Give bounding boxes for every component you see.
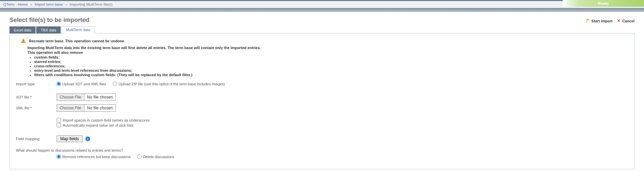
xdt-file-input[interactable]: Choose File No file chosen xyxy=(57,93,116,101)
cancel-label: Cancel xyxy=(622,19,635,23)
checkbox-auto-expand-label: Automatically expand value set of pick l… xyxy=(63,123,133,127)
list-item: cross-references; xyxy=(34,64,628,68)
xdt-choose-file-button[interactable]: Choose File xyxy=(57,94,84,101)
radio-upload-xdt-xml-label: Upload XDT and XML files xyxy=(62,82,106,86)
radio-upload-xdt-xml[interactable]: Upload XDT and XML files xyxy=(57,82,106,86)
info-icon[interactable]: i xyxy=(85,136,90,141)
radio-remove-references-label: Remove references but keep discussions xyxy=(62,155,130,159)
cancel-button[interactable]: Cancel xyxy=(617,18,635,24)
map-fields-button[interactable]: Map fields xyxy=(57,135,83,142)
xml-file-input[interactable]: Choose File No file chosen xyxy=(57,104,116,112)
flag-icon xyxy=(586,18,590,24)
start-import-button[interactable]: Start import xyxy=(586,18,612,24)
tab-excel-data[interactable]: Excel data xyxy=(9,26,36,34)
checkbox-import-spaces[interactable] xyxy=(57,118,61,122)
list-item: custom fields; xyxy=(34,55,628,59)
warning-title: Recreate term base. This operation canno… xyxy=(29,39,125,43)
page-actions: Start import Cancel xyxy=(586,18,635,24)
header-gradient-strip xyxy=(0,8,644,12)
tab-multiterm-data[interactable]: MultiTerm data xyxy=(61,26,95,34)
description-line-2: This operation will also remove xyxy=(27,50,628,55)
radio-delete-discussions-label: Delete discussions xyxy=(143,155,174,159)
description-line-1: Importing MultiTerm data into the existi… xyxy=(27,46,628,50)
start-import-label: Start import xyxy=(591,19,612,23)
close-icon xyxy=(617,18,621,24)
xml-file-status: No file chosen xyxy=(84,105,116,111)
xml-file-label: XML file:* xyxy=(16,106,57,110)
list-item: entry-level and term-level references fr… xyxy=(34,68,628,72)
status-ready: Ready xyxy=(563,0,644,7)
discussion-question: What should happen to discussions relate… xyxy=(16,148,628,152)
radio-upload-zip[interactable]: Upload ZIP file (use this option if the … xyxy=(113,82,225,86)
top-bar: QTerm - Home » Import term base » Import… xyxy=(0,0,644,8)
page-title: Select file(s) to be imported xyxy=(9,17,89,24)
svg-rect-0 xyxy=(23,40,23,41)
breadcrumb-home[interactable]: QTerm - Home xyxy=(3,2,28,6)
import-type-label: Import type: xyxy=(16,82,57,86)
checkbox-import-spaces-label: Import spaces in custom field names as u… xyxy=(63,118,150,122)
tab-row: Excel data TBX data MultiTerm data xyxy=(9,26,635,33)
breadcrumb-import-base[interactable]: Import term base xyxy=(35,2,63,6)
radio-remove-references[interactable]: Remove references but keep discussions xyxy=(57,154,130,159)
xdt-file-label: XDT file:* xyxy=(16,95,57,99)
radio-upload-zip-label: Upload ZIP file (use this option if the … xyxy=(119,82,225,86)
breadcrumb-sep-1: » xyxy=(30,2,32,6)
radio-delete-discussions-input[interactable] xyxy=(137,154,142,159)
tab-tbx-data[interactable]: TBX data xyxy=(36,26,61,34)
description-list: custom fields; starred entries; cross-re… xyxy=(34,55,628,77)
radio-upload-zip-input[interactable] xyxy=(113,82,117,86)
xml-choose-file-button[interactable]: Choose File xyxy=(57,105,84,111)
field-mapping-label: Field mapping: xyxy=(16,137,57,141)
warning-icon xyxy=(21,38,26,44)
radio-remove-references-input[interactable] xyxy=(57,154,61,159)
xdt-file-status: No file chosen xyxy=(84,94,116,101)
checkbox-auto-expand[interactable] xyxy=(57,123,61,127)
svg-rect-1 xyxy=(23,42,23,42)
list-item: starred entries; xyxy=(34,60,628,64)
radio-upload-xdt-xml-input[interactable] xyxy=(57,82,61,86)
breadcrumb: QTerm - Home » Import term base » Import… xyxy=(3,2,112,6)
breadcrumb-sep-2: » xyxy=(65,2,67,6)
list-item: filters with conditions involving custom… xyxy=(34,73,628,77)
main-panel: Recreate term base. This operation canno… xyxy=(9,33,635,169)
breadcrumb-current: Importing MultiTerm file(s) xyxy=(70,2,113,6)
radio-delete-discussions[interactable]: Delete discussions xyxy=(137,154,174,159)
